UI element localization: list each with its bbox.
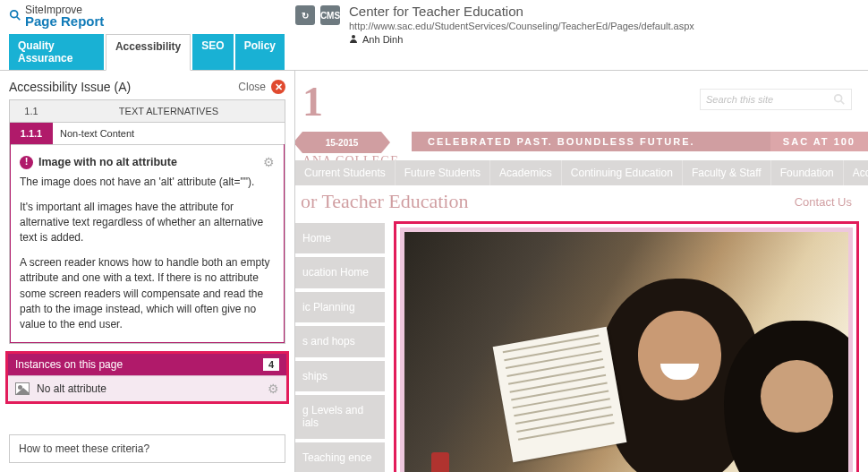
top-icon-group: ↻ CMS [295,0,340,25]
nav-item[interactable]: Future Students [396,160,490,185]
close-button[interactable]: Close ✕ [238,80,285,94]
subnav-item[interactable]: Teaching ence [295,442,385,472]
brand-name-bold: Page Report [25,13,104,29]
page-title: Center for Teacher Education [349,4,859,19]
site-banner: CELEBRATED PAST. BOUNDLESS FUTURE. SAC A… [412,132,868,151]
banner-text: CELEBRATED PAST. BOUNDLESS FUTURE. [428,136,695,147]
nav-item[interactable]: Accreditation [844,160,868,185]
left-panel: Accessibility Issue (A) Close ✕ 1.1 TEXT… [0,71,295,472]
module-tabs: Quality Assurance Accessibility SEO Poli… [9,34,286,70]
sub-label: Non-text Content [53,123,285,144]
top-bar: SiteImprove Page Report Quality Assuranc… [0,0,868,71]
issue-description: The image does not have an 'alt' attribu… [20,175,275,190]
nav-item[interactable]: Academics [490,160,562,185]
search-icon[interactable] [833,93,846,108]
svg-point-0 [11,10,18,17]
sub-number: 1.1.1 [10,123,53,144]
subnav-item[interactable]: ships [295,361,385,391]
tab-quality-assurance[interactable]: Quality Assurance [9,34,104,70]
soda-can [431,452,449,472]
guideline-chapter-row[interactable]: 1.1 TEXT ALTERNATIVES [10,100,285,123]
svg-line-1 [17,16,21,20]
site-nav: Current Students Future Students Academi… [295,160,868,185]
subnav-item[interactable]: ic Planning [295,292,385,322]
person-background [724,321,848,472]
issue-title: Image with no alt attribute [38,154,177,170]
nav-item[interactable]: Continuing Education [562,160,683,185]
brand-search-icon [9,9,21,24]
refresh-icon[interactable]: ↻ [295,5,315,25]
page-meta: Center for Teacher Education http://www.… [340,0,868,48]
page-url[interactable]: http://www.sac.edu/StudentServices/Couns… [349,21,859,31]
svg-point-3 [835,95,842,102]
issue-highlight-frame[interactable] [394,221,859,472]
nav-item[interactable]: Faculty & Staff [683,160,771,185]
subnav-item[interactable]: ucation Home [295,257,385,287]
page-owner-name: Anh Dinh [362,34,403,45]
nav-item[interactable]: Foundation [771,160,844,185]
chapter-label: TEXT ALTERNATIVES [53,100,285,122]
svg-line-4 [841,101,845,105]
issue-paragraph-2: A screen reader knows how to handle both… [20,255,275,333]
gear-icon[interactable]: ⚙ [263,153,275,171]
error-icon: ! [20,156,33,169]
page-owner: Anh Dinh [349,34,859,45]
subnav-item[interactable]: Home [295,223,385,253]
content-page-heading: or Teacher Education [301,190,468,213]
issue-body: ! Image with no alt attribute ⚙ The imag… [10,144,285,343]
instances-label: Instances on this page [15,358,123,371]
chapter-number: 1.1 [10,100,53,122]
close-icon: ✕ [271,80,285,94]
issue-paragraph-1: It's important all images have the attri… [20,200,275,246]
search-input[interactable] [706,94,828,105]
gear-icon[interactable]: ⚙ [268,382,279,396]
tab-seo[interactable]: SEO [192,34,233,70]
close-label: Close [238,81,266,93]
instance-row[interactable]: No alt attribute ⚙ [8,375,286,401]
instances-section: Instances on this page 4 No alt attribut… [5,351,289,404]
logo-ribbon: 15-2015 [302,132,381,153]
subnav-item[interactable]: s and hops [295,326,385,356]
panel-heading: Accessibility Issue (A) [9,80,131,94]
guideline-block: 1.1 TEXT ALTERNATIVES 1.1.1 Non-text Con… [9,99,285,344]
notebook-paper [493,327,627,462]
person-icon [349,34,358,45]
banner-right[interactable]: SAC AT 100 [770,132,868,151]
brand-block: SiteImprove Page Report Quality Assuranc… [0,0,295,70]
site-search[interactable] [700,89,852,110]
tab-policy[interactable]: Policy [235,34,285,70]
page-preview: 1 15-2015 ANA COLLEGE CELEBRATED PAST. B… [295,71,868,472]
how-to-meet-link[interactable]: How to meet these criteria? [9,434,285,463]
tab-accessibility[interactable]: Accessibility [106,34,191,71]
nav-item[interactable]: Current Students [295,160,396,185]
subnav-item[interactable]: g Levels and ials [295,395,385,439]
left-subnav: Home ucation Home ic Planning s and hops… [295,223,385,472]
svg-point-2 [352,35,355,39]
contact-us-link[interactable]: Contact Us [795,195,852,209]
hero-image [404,232,848,472]
cms-icon[interactable]: CMS [320,5,340,25]
guideline-sub-row[interactable]: 1.1.1 Non-text Content [10,123,285,145]
image-icon [15,382,30,395]
instance-label: No alt attribute [37,382,268,395]
instances-header[interactable]: Instances on this page 4 [8,354,286,375]
instances-count: 4 [263,358,279,371]
